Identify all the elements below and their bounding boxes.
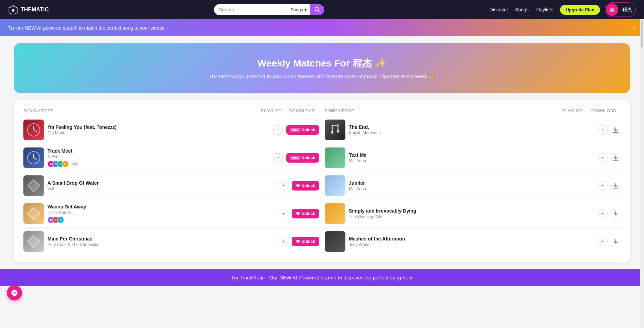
unlock-label: Unlock	[301, 239, 315, 244]
table-row: Track Meet K-Blitz A B C D +33 + PRO Unl…	[21, 144, 322, 172]
song-info: Simply and Irrevocably Dying The Sleepin…	[349, 208, 594, 219]
search-dropdown-label: Songs	[290, 7, 303, 12]
svg-line-4	[318, 11, 320, 12]
song-title: Wanna Get Away	[47, 204, 275, 209]
table-row: Text Me Mai Anna +	[322, 144, 623, 172]
download-button[interactable]	[611, 181, 621, 191]
song-info: Wanna Get Away Disco Shrine E F G	[47, 204, 275, 223]
clock-icon	[23, 147, 44, 168]
playlist-add-button[interactable]: +	[279, 209, 288, 218]
diamond-icon	[23, 203, 44, 224]
playlist-add-button[interactable]: +	[598, 125, 608, 135]
download-button[interactable]	[611, 153, 621, 163]
diamond-icon	[23, 231, 44, 252]
playlist-add-button[interactable]: +	[598, 209, 608, 218]
playlist-add-button[interactable]: +	[279, 181, 288, 191]
table-row: Jupiter Mai Anna +	[322, 172, 623, 200]
user-name: 程杰	[622, 7, 632, 13]
footer-banner[interactable]: Try TrackMatic - Our NEW AI-Powered sear…	[0, 269, 644, 286]
search-button[interactable]	[310, 4, 324, 15]
logo-text: THEMATIC	[21, 7, 49, 13]
diamond-icon	[23, 175, 44, 196]
unlock-button[interactable]: Unlock	[292, 181, 319, 191]
hero-section: Weekly Matches For 程杰 ✨ The best songs m…	[14, 43, 630, 93]
playlist-add-button[interactable]: +	[279, 237, 288, 246]
download-icon	[613, 155, 619, 161]
avatar-cluster: A B C D +33	[47, 161, 270, 167]
song-artist: Joey White	[349, 242, 594, 247]
table-row: Simply and Irrevocably Dying The Sleepin…	[322, 200, 623, 228]
right-header: Song/Artist Playlist Download	[322, 107, 623, 115]
svg-point-27	[15, 293, 16, 294]
ai-banner-close-button[interactable]: ×	[632, 24, 636, 31]
left-header: Song/Artist Playlist Download	[21, 107, 322, 115]
heart-icon	[296, 239, 300, 244]
playlist-add-button[interactable]: +	[273, 125, 283, 135]
unlock-button[interactable]: Unlock	[292, 237, 319, 246]
search-bar: Songs ▾	[214, 4, 324, 15]
hero-title: Weekly Matches For 程杰 ✨	[21, 57, 623, 70]
song-info: Text Me Mai Anna	[349, 152, 594, 163]
playlist-add-button[interactable]: +	[598, 181, 608, 191]
table-row: I'm Feeling You (feat. Tonezzz) Gia Mari…	[21, 116, 322, 144]
table-row: The End. Kaiyah Mercedes +	[322, 116, 623, 144]
upgrade-plan-button[interactable]: Upgrade Plan	[560, 5, 600, 15]
avatar: 杰	[606, 3, 618, 16]
song-title: Simply and Irrevocably Dying	[349, 208, 594, 214]
song-thumbnail	[325, 147, 345, 168]
song-title: A Small Drop Of Water	[47, 180, 275, 186]
chat-bubble-button[interactable]	[7, 285, 22, 300]
song-thumbnail	[325, 175, 345, 196]
hero-subtitle: The best songs matched to your video the…	[21, 73, 623, 80]
song-info: I'm Feeling You (feat. Tonezzz) Gia Mari…	[47, 124, 270, 135]
playlist-add-button[interactable]: +	[598, 153, 608, 163]
svg-marker-11	[28, 180, 40, 192]
svg-point-26	[14, 293, 15, 294]
song-info: Meshes of the Afternoon Joey White	[349, 236, 594, 247]
playlist-add-button[interactable]: +	[598, 237, 608, 246]
song-info: The End. Kaiyah Mercedes	[349, 124, 594, 135]
user-menu[interactable]: 杰 程杰	[605, 2, 636, 17]
right-songs-column: The End. Kaiyah Mercedes + Text Me Mai A…	[322, 116, 623, 255]
mini-avatar: D	[62, 161, 69, 167]
nav-discover[interactable]: Discover	[490, 7, 508, 12]
table-row: A Small Drop Of Water Vall + Unlock	[21, 172, 322, 200]
nav-links: Discover Songs Playlists	[490, 7, 554, 12]
song-thumbnail	[23, 147, 44, 168]
svg-line-7	[34, 130, 37, 132]
chat-icon	[11, 289, 18, 297]
download-button[interactable]	[611, 125, 621, 135]
song-title: Mine For Christmas	[47, 236, 275, 242]
search-icon	[314, 7, 320, 12]
avatar-initial: 杰	[610, 7, 614, 13]
nav-songs[interactable]: Songs	[515, 7, 529, 12]
unlock-button[interactable]: Unlock	[292, 209, 319, 218]
unlock-label: Unlock	[301, 211, 315, 216]
unlock-pro-button[interactable]: PRO Unlock	[286, 125, 319, 135]
download-button[interactable]	[611, 237, 621, 246]
mini-avatar: G	[57, 216, 64, 223]
logo[interactable]: THEMATIC	[8, 5, 49, 14]
scrollbar-track[interactable]	[640, 19, 644, 328]
svg-rect-16	[332, 125, 339, 126]
song-artist: Mai Anna	[349, 158, 594, 163]
song-info: Jupiter Mai Anna	[349, 180, 594, 191]
unlock-pro-button[interactable]: PRO Unlock	[286, 153, 319, 163]
heart-icon	[296, 184, 300, 188]
song-artist: Kaiyah Mercedes	[349, 131, 594, 135]
song-title: I'm Feeling You (feat. Tonezzz)	[47, 124, 270, 130]
search-dropdown[interactable]: Songs ▾	[287, 4, 310, 15]
svg-point-18	[337, 130, 340, 133]
table-row: Mine For Christmas Paul Cook & The Chron…	[21, 228, 322, 255]
download-button[interactable]	[611, 209, 621, 218]
left-col-download: Download	[285, 109, 319, 113]
song-thumbnail	[325, 120, 345, 140]
song-thumbnail	[23, 231, 44, 252]
svg-point-25	[13, 293, 14, 294]
nav-playlists[interactable]: Playlists	[536, 7, 553, 12]
playlist-add-button[interactable]: +	[273, 153, 283, 163]
song-artist: Mai Anna	[349, 186, 594, 191]
scrollbar-thumb[interactable]	[641, 20, 643, 48]
search-input[interactable]	[214, 4, 287, 15]
download-icon	[613, 238, 619, 245]
